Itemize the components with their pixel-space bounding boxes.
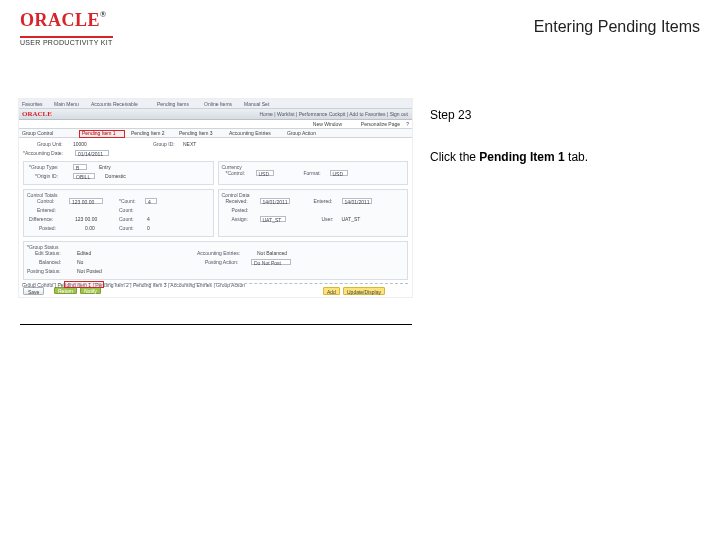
tot-posted-val: 0.00	[85, 225, 95, 231]
instr-pre: Click the	[430, 150, 479, 164]
save-button[interactable]: Save	[23, 287, 44, 295]
recv-label: Received:	[226, 198, 248, 204]
origin-label: *Origin ID:	[35, 173, 58, 179]
page-rule	[20, 324, 412, 325]
tab-pending-item-1[interactable]: Pending Item 1	[82, 130, 116, 136]
add-button[interactable]: Add	[323, 287, 340, 295]
ent2-label: Entered:	[314, 198, 333, 204]
oracle-logo-text: ORACLE®	[20, 10, 113, 31]
crumb-ar[interactable]: Accounts Receivable	[91, 101, 138, 107]
aes-val: Not Balanced	[257, 250, 287, 256]
origin-field[interactable]: OBILL	[73, 173, 95, 179]
form-body: Group Unit: 10000 Group ID: NEXT *Accoun…	[19, 138, 412, 291]
breadcrumb-bar: Favorites Main Menu Accounts Receivable …	[19, 99, 412, 109]
tot-pcount-val: 0	[147, 225, 150, 231]
footer-text[interactable]: Group Control | Pending Item 1 | Pending…	[22, 282, 245, 288]
bal-val: No	[77, 259, 83, 265]
group-status-section: *Group Status Edit Status:EditedAccounti…	[23, 241, 408, 280]
tot-entered-label: Entered:	[37, 207, 56, 213]
assign-field[interactable]: UAT_ST	[260, 216, 286, 222]
assign-label: Assign:	[232, 216, 248, 222]
instr-post: tab.	[565, 150, 588, 164]
crumb-pending[interactable]: Pending Items	[157, 101, 189, 107]
group-row: Group Unit: 10000 Group ID: NEXT	[23, 141, 408, 150]
tab-group-action[interactable]: Group Action	[287, 130, 316, 136]
button-row: Save Return Notify Add Update/Display	[23, 287, 408, 298]
crumb-online[interactable]: Online Items	[204, 101, 232, 107]
link-newwindow[interactable]: New Window	[313, 121, 342, 127]
control-cur-field[interactable]: USD	[256, 170, 274, 176]
oracle-banner: ORACLE Home | Worklist | Performance Coc…	[19, 109, 412, 120]
tot-diff-val: 123 00.00	[75, 216, 97, 222]
logo-main: ORACLE	[20, 10, 100, 30]
footer-links[interactable]: Group Control | Pending Item 1 | Pending…	[22, 282, 245, 288]
tot-dcount-val: 4	[147, 216, 150, 222]
recv-field[interactable]: 14/01/2011	[260, 198, 290, 204]
crumb-manual[interactable]: Manual Set	[244, 101, 269, 107]
currency-section: Currency *Control: USD Format: USD	[218, 161, 409, 185]
tot-ccount-label: *Count:	[119, 198, 136, 204]
tot-control-field[interactable]: 123 00.00	[69, 198, 103, 204]
instr-target: Pending Item 1	[479, 150, 564, 164]
link-personalize[interactable]: Personalize Page	[361, 121, 400, 127]
edit-status-val: Edited	[77, 250, 91, 256]
edit-status-label: Edit Status:	[35, 250, 61, 256]
acct-date-field[interactable]: 01/14/2011	[75, 150, 109, 156]
tab-pending-item-3[interactable]: Pending Item 3	[179, 130, 213, 136]
grouptype-label: *Group Type:	[29, 164, 58, 170]
instruction-text: Click the Pending Item 1 tab.	[430, 150, 690, 166]
format-label: Format:	[304, 170, 321, 176]
group-unit-value: 10000	[73, 141, 87, 147]
step-number: Step 23	[430, 108, 690, 124]
post-status-label: Posting Status:	[27, 268, 61, 274]
menu-mainmenu[interactable]: Main Menu	[54, 101, 79, 107]
banner-links[interactable]: Home | Worklist | Performance Cockpit | …	[260, 111, 409, 117]
tot-dcount-label: Count:	[119, 216, 134, 222]
page-title: Entering Pending Items	[534, 18, 700, 36]
control-totals-section: Control Totals Control:123 00.00*Count:4…	[23, 189, 214, 237]
banner-logo: ORACLE	[22, 110, 52, 118]
update-button[interactable]: Update/Display	[343, 287, 385, 295]
tot-ccount-field[interactable]: 4	[145, 198, 157, 204]
post-action-field[interactable]: Do Not Post	[251, 259, 291, 265]
grouptype-field[interactable]: B	[73, 164, 87, 170]
return-button[interactable]: Return	[54, 287, 77, 294]
tab-accounting-entries[interactable]: Accounting Entries	[229, 130, 271, 136]
control-data-section: Control Data Received:14/01/2011Entered:…	[218, 189, 409, 237]
user2-val: UAT_ST	[342, 216, 361, 222]
util-bar: New Window Personalize Page ?	[19, 120, 412, 129]
control-cur-label: *Control:	[226, 170, 245, 176]
acct-date-label: *Accounting Date:	[23, 150, 63, 156]
user2-label: User:	[322, 216, 334, 222]
left-section: *Group Type: B Entry *Origin ID: OBILL D…	[23, 161, 214, 185]
tot-pcount-label: Count:	[119, 225, 134, 231]
oracle-logo: ORACLE® USER PRODUCTIVITY KIT	[20, 10, 113, 49]
acct-date-row: *Accounting Date: 01/14/2011	[23, 150, 408, 159]
highlight-pending-item-1-footer	[64, 281, 104, 288]
ent2-field[interactable]: 14/01/2011	[342, 198, 372, 204]
tot-control-label: Control:	[37, 198, 55, 204]
tab-row: Group Control Pending Item 1 Pending Ite…	[19, 129, 412, 138]
format-field[interactable]: USD	[330, 170, 348, 176]
tot-ecount-label: Count:	[119, 207, 134, 213]
instruction-panel: Step 23 Click the Pending Item 1 tab.	[430, 108, 690, 165]
logo-subtitle: USER PRODUCTIVITY KIT	[20, 36, 113, 46]
post-action-label: Posting Action:	[205, 259, 238, 265]
post2-label: Posted:	[232, 207, 249, 213]
entry-text: Entry	[99, 164, 111, 170]
page-header: ORACLE® USER PRODUCTIVITY KIT Entering P…	[0, 0, 720, 58]
tot-diff-label: Difference:	[29, 216, 53, 222]
aes-label: Accounting Entries:	[197, 250, 240, 256]
post-status-val: Not Posted	[77, 268, 102, 274]
group-id-label: Group ID:	[153, 141, 175, 147]
logo-tm: ®	[100, 10, 106, 19]
group-unit-label: Group Unit:	[37, 141, 63, 147]
tab-pending-item-2[interactable]: Pending Item 2	[131, 130, 165, 136]
app-screenshot: Favorites Main Menu Accounts Receivable …	[18, 98, 413, 298]
notify-button[interactable]: Notify	[80, 287, 101, 294]
domestic-text: Domestic	[105, 173, 126, 179]
menu-favorites[interactable]: Favorites	[22, 101, 43, 107]
tab-group-control[interactable]: Group Control	[22, 130, 53, 136]
help-icon[interactable]: ?	[406, 121, 409, 127]
group-id-value: NEXT	[183, 141, 196, 147]
